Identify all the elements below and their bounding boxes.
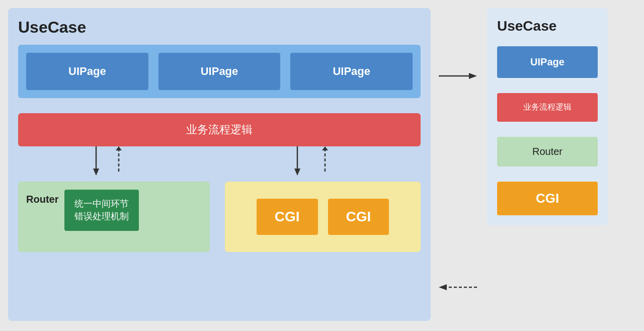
svg-marker-5 bbox=[294, 169, 300, 176]
diagram-lower: 业务流程逻辑 Router bbox=[18, 113, 421, 252]
middleware-text: 统一中间环节错误处理机制 bbox=[74, 199, 129, 221]
main-container: UseCase UIPage UIPage UIPage 业务流程逻辑 bbox=[0, 0, 644, 331]
usecase-right: UseCase UIPage 业务流程逻辑 Router CGI bbox=[487, 8, 608, 225]
svg-marker-3 bbox=[116, 146, 122, 150]
left-usecase-title: UseCase bbox=[18, 18, 421, 37]
right-business: 业务流程逻辑 bbox=[497, 93, 598, 122]
svg-marker-9 bbox=[469, 73, 477, 79]
svg-marker-7 bbox=[322, 146, 328, 150]
arrows-svg bbox=[18, 146, 400, 182]
router-label: Router bbox=[26, 194, 58, 205]
uipage-box-2: UIPage bbox=[158, 53, 281, 90]
uipage-row: UIPage UIPage UIPage bbox=[18, 45, 421, 98]
right-uipage: UIPage bbox=[497, 46, 598, 78]
left-dashed-arrow-svg bbox=[439, 280, 479, 295]
svg-marker-11 bbox=[439, 284, 447, 290]
middleware-box: 统一中间环节错误处理机制 bbox=[64, 190, 139, 231]
uipage-box-1: UIPage bbox=[26, 53, 148, 90]
right-usecase-title: UseCase bbox=[497, 18, 598, 34]
middle-arrows bbox=[439, 8, 479, 323]
cgi-container: CGI CGI bbox=[225, 182, 421, 252]
business-logic-bar: 业务流程逻辑 bbox=[18, 113, 421, 146]
cgi-box-2: CGI bbox=[328, 199, 389, 235]
bottom-section: Router 统一中间环节错误处理机制 CGI CGI bbox=[18, 182, 421, 252]
right-cgi: CGI bbox=[497, 182, 598, 215]
uipage-box-3: UIPage bbox=[290, 53, 413, 90]
usecase-left: UseCase UIPage UIPage UIPage 业务流程逻辑 bbox=[8, 8, 431, 321]
right-arrow-svg bbox=[439, 68, 479, 84]
router-box: Router 统一中间环节错误处理机制 bbox=[18, 182, 210, 252]
cgi-box-1: CGI bbox=[257, 199, 318, 235]
usecase-right-wrapper: UseCase UIPage 业务流程逻辑 Router CGI bbox=[487, 8, 636, 323]
svg-marker-1 bbox=[93, 169, 99, 176]
right-router: Router bbox=[497, 137, 598, 167]
